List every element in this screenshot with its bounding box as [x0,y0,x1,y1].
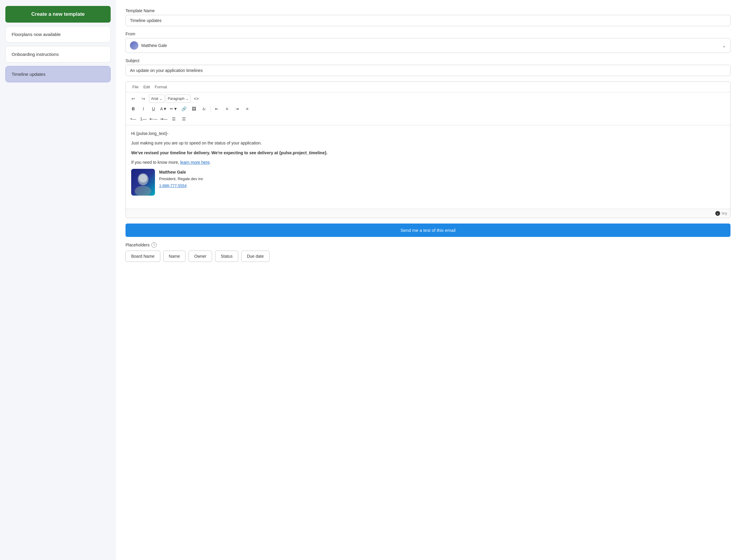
placeholders-label: Placeholders [125,242,150,247]
from-dropdown[interactable]: Matthew Gale ⌄ [125,38,731,53]
placeholders-list: Board Name Name Owner Status Due date [125,250,731,262]
signature-photo [131,169,155,196]
from-value: Matthew Gale [141,43,167,48]
body-line-3: We've revised your timeline for delivery… [131,149,725,156]
signature-name: Matthew Gale [159,169,203,176]
sidebar: Create a new template Floorplans now ava… [0,0,116,560]
template-name-field-group: Template Name [125,8,731,26]
sidebar-item-floorplans[interactable]: Floorplans now available [5,26,111,42]
avatar-image [130,41,138,49]
align-right-button[interactable]: ⇥ [233,104,242,113]
menubar-edit[interactable]: Edit [141,84,152,90]
chevron-down-icon: ⌄ [722,43,726,48]
align-center-button[interactable]: ≡ [222,104,232,113]
justify-button[interactable]: ≡ [243,104,252,113]
placeholders-section: Placeholders ? Board Name Name Owner Sta… [125,242,731,262]
tiny-label: tiny [722,211,727,216]
email-signature: Matthew Gale President, Regale.dev inc 1… [131,169,725,196]
italic-button[interactable]: I [139,104,148,113]
underline-button[interactable]: U [149,104,158,113]
toolbar-row-3: •― 1― ⇤― ⇥― ☰ ☰ [129,114,727,123]
sidebar-item-timeline[interactable]: Timeline updates [5,66,111,82]
from-select-left: Matthew Gale [130,41,167,49]
main-content: Template Name From Matthew Gale ⌄ Subjec… [116,0,740,560]
clear-format-button[interactable]: Ix [200,104,208,113]
learn-more-link[interactable]: learn more here [180,160,210,165]
body-line-2: Just making sure you are up to speed on … [131,140,725,146]
editor-body[interactable]: Hi {pulse.long_text}- Just making sure y… [126,125,730,209]
font-selector[interactable]: Arial ⌄ [149,95,165,103]
outdent-button[interactable]: ⇤― [149,114,158,123]
menubar-format[interactable]: Format [152,84,169,90]
svg-point-3 [139,174,147,183]
font-color-button[interactable]: A▼ [159,104,168,113]
editor-toolbar: ↩ ↪ Arial ⌄ Paragraph ⌄ <> B [126,92,730,125]
toolbar-row-2: B I U A▼ ✏▼ 🔗 🖼 Ix ⇤ ≡ [129,104,727,113]
placeholder-due-date[interactable]: Due date [241,250,269,262]
list-numbered-style-button[interactable]: ☰ [179,114,188,123]
template-name-label: Template Name [125,8,731,13]
font-chevron-icon: ⌄ [160,97,162,101]
body-line-4: If you need to know more, learn more her… [131,159,725,165]
placeholder-board-name[interactable]: Board Name [125,250,160,262]
send-test-email-button[interactable]: Send me a test of this email [125,224,731,237]
signature-phone-link[interactable]: 1-888-777-5554 [159,183,203,189]
create-template-button[interactable]: Create a new template [5,6,111,23]
code-button[interactable]: <> [192,94,201,103]
bullet-list-button[interactable]: •― [129,114,138,123]
from-field-group: From Matthew Gale ⌄ [125,31,731,53]
editor-menubar: File Edit Format [126,82,730,92]
highlight-button[interactable]: ✏▼ [169,104,178,113]
body-line-4-prefix: If you need to know more, [131,160,180,165]
placeholder-status[interactable]: Status [215,250,238,262]
signature-text-block: Matthew Gale President, Regale.dev inc 1… [159,169,203,189]
indent-button[interactable]: ⇥― [159,114,168,123]
template-name-input[interactable] [125,15,731,26]
redo-button[interactable]: ↪ [139,94,148,103]
style-selector[interactable]: Paragraph ⌄ [166,95,191,103]
tiny-icon: t [715,211,720,216]
undo-button[interactable]: ↩ [129,94,138,103]
body-line-1: Hi {pulse.long_text}- [131,130,725,137]
subject-input[interactable] [125,65,731,76]
style-chevron-icon: ⌄ [186,97,189,101]
tinymce-logo: t tiny [715,211,727,216]
list-style-button[interactable]: ☰ [169,114,178,123]
menubar-file[interactable]: File [130,84,141,90]
placeholder-owner[interactable]: Owner [189,250,212,262]
link-button[interactable]: 🔗 [179,104,188,113]
help-icon[interactable]: ? [152,242,157,248]
body-line-4-suffix: . [210,160,211,165]
from-label: From [125,31,731,36]
style-value: Paragraph [168,97,184,101]
font-value: Arial [151,97,158,101]
editor-footer: t tiny [126,209,730,218]
align-left-button[interactable]: ⇤ [212,104,221,113]
placeholder-name[interactable]: Name [163,250,186,262]
signature-photo-svg [131,169,155,196]
email-editor: File Edit Format ↩ ↪ Arial ⌄ Paragraph ⌄ [125,82,731,218]
bold-button[interactable]: B [129,104,138,113]
svg-text:t: t [717,213,718,215]
signature-title: President, Regale.dev inc [159,176,203,182]
subject-label: Subject [125,58,731,63]
sidebar-item-onboarding[interactable]: Onboarding instructions [5,46,111,63]
toolbar-row-1: ↩ ↪ Arial ⌄ Paragraph ⌄ <> [129,94,727,103]
subject-field-group: Subject [125,58,731,76]
avatar [130,41,138,49]
image-button[interactable]: 🖼 [189,104,198,113]
numbered-list-button[interactable]: 1― [139,114,148,123]
placeholders-header: Placeholders ? [125,242,731,248]
